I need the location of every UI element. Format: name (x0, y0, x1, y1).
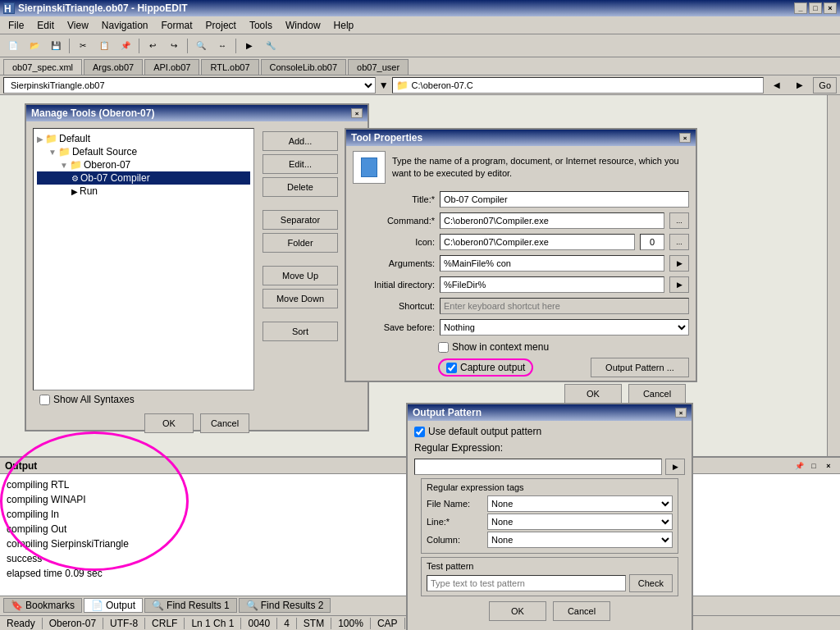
show-all-syntaxes-checkbox[interactable] (39, 395, 50, 405)
bottom-tab-bookmarks[interactable]: 🔖 Bookmarks (3, 598, 82, 613)
redo-btn[interactable]: ↪ (164, 37, 184, 55)
capture-output-checkbox[interactable] (446, 363, 457, 373)
scrollbar-right[interactable] (827, 95, 840, 456)
open-btn[interactable]: 📂 (25, 37, 44, 55)
filename-tag-select[interactable]: None (487, 495, 673, 512)
go-button[interactable]: Go (813, 77, 837, 94)
tool-props-ok-btn[interactable]: OK (564, 384, 622, 404)
initial-dir-expand-btn[interactable]: ▶ (669, 276, 689, 293)
output-pin-btn[interactable]: 📌 (792, 459, 806, 472)
run-file-icon: ▶ (71, 187, 78, 196)
column-tag-select[interactable]: None (487, 532, 673, 548)
cut-btn[interactable]: ✂ (73, 37, 93, 55)
path-text: C:\oberon-07.C (412, 80, 473, 90)
title-field-input[interactable] (440, 191, 689, 208)
bottom-tab-output[interactable]: 📄 Output (84, 598, 143, 613)
tab-consolelib[interactable]: ConsoleLib.ob07 (261, 59, 347, 75)
icon-field-input[interactable] (440, 234, 635, 250)
menu-tools[interactable]: Tools (244, 18, 277, 33)
arguments-field-input[interactable] (440, 255, 664, 272)
menu-navigation[interactable]: Navigation (97, 18, 153, 33)
test-input[interactable] (427, 575, 626, 591)
bottom-tab-find2[interactable]: 🔍 Find Results 2 (239, 598, 331, 613)
menu-project[interactable]: Project (201, 18, 241, 33)
tab-ob07spec[interactable]: ob07_spec.xml (3, 59, 82, 75)
output-pattern-cancel-btn[interactable]: Cancel (553, 601, 610, 621)
manage-tools-close-btn[interactable]: × (351, 108, 363, 118)
icon-num-input[interactable] (640, 234, 664, 250)
menu-edit[interactable]: Edit (32, 18, 59, 33)
toolbar-sep-4 (235, 39, 236, 53)
delete-btn[interactable]: Delete (262, 177, 338, 197)
close-btn[interactable]: × (824, 2, 837, 14)
copy-btn[interactable]: 📋 (94, 37, 114, 55)
tab-bar: ob07_spec.xml Args.ob07 API.ob07 RTL.ob0… (0, 57, 840, 75)
command-browse-btn[interactable]: ... (669, 212, 689, 229)
use-default-row: Use default output pattern (414, 426, 685, 437)
use-default-checkbox[interactable] (414, 427, 425, 437)
path-nav-back[interactable]: ◀ (767, 76, 787, 94)
initial-dir-field-input[interactable] (440, 276, 664, 293)
minimize-btn[interactable]: _ (794, 2, 807, 14)
regex-expand-btn[interactable]: ▶ (665, 459, 685, 475)
arguments-expand-btn[interactable]: ▶ (669, 255, 689, 272)
status-cap: CAP (371, 618, 405, 629)
tab-rtl[interactable]: RTL.ob07 (201, 59, 258, 75)
tool-props-close-btn[interactable]: × (679, 133, 691, 143)
tools-btn[interactable]: 🔧 (261, 37, 281, 55)
edit-btn[interactable]: Edit... (262, 154, 338, 174)
tab-ob07user[interactable]: ob07_user (348, 59, 409, 75)
regex-input[interactable] (414, 459, 662, 475)
command-field-input[interactable] (440, 212, 664, 229)
menu-window[interactable]: Window (281, 18, 326, 33)
move-up-btn[interactable]: Move Up (262, 266, 338, 285)
output-pattern-close-btn[interactable]: × (675, 408, 687, 418)
tab-args[interactable]: Args.ob07 (84, 59, 143, 75)
manage-tools-cancel-btn[interactable]: Cancel (200, 413, 249, 433)
menu-help[interactable]: Help (329, 18, 359, 33)
run-btn[interactable]: ▶ (240, 37, 259, 55)
undo-btn[interactable]: ↩ (143, 37, 162, 55)
add-btn[interactable]: Add... (262, 131, 338, 151)
replace-btn[interactable]: ↔ (212, 37, 232, 55)
sort-btn[interactable]: Sort (262, 322, 338, 341)
save-btn[interactable]: 💾 (46, 37, 66, 55)
move-down-btn[interactable]: Move Down (262, 289, 338, 308)
menu-view[interactable]: View (62, 18, 94, 33)
tab-api[interactable]: API.ob07 (144, 59, 199, 75)
show-context-checkbox[interactable] (438, 342, 449, 353)
path-arrow: ▼ (379, 80, 389, 91)
new-btn[interactable]: 📄 (3, 37, 23, 55)
menu-file[interactable]: File (3, 18, 29, 33)
shortcut-field-input[interactable] (440, 298, 689, 314)
tree-item-ob07compiler[interactable]: ⚙ Ob-07 Compiler (37, 171, 250, 185)
tree-item-run[interactable]: ▶ Run (37, 185, 250, 198)
bottom-tab-find1[interactable]: 🔍 Find Results 1 (144, 598, 237, 613)
folder-btn[interactable]: Folder (262, 233, 338, 253)
icon-browse-btn[interactable]: ... (669, 234, 689, 250)
output-pattern-btn[interactable]: Output Pattern ... (591, 358, 689, 377)
line-tag-select[interactable]: None (487, 514, 673, 530)
tool-tree[interactable]: ▶ 📁 Default ▼ 📁 Default Source ▼ 📁 Obero… (33, 128, 254, 390)
manage-tools-ok-btn[interactable]: OK (144, 413, 194, 433)
path-nav-fwd[interactable]: ▶ (790, 76, 810, 94)
tree-item-oberon07[interactable]: ▼ 📁 Oberon-07 (37, 158, 250, 171)
tree-item-default[interactable]: ▶ 📁 Default (37, 132, 250, 145)
tree-item-default-source[interactable]: ▼ 📁 Default Source (37, 145, 250, 158)
command-field-row: Command:* ... (346, 210, 696, 231)
tool-props-cancel-btn[interactable]: Cancel (628, 384, 686, 404)
output-restore-btn[interactable]: □ (807, 459, 820, 472)
output-pattern-ok-btn[interactable]: OK (489, 601, 546, 621)
restore-btn[interactable]: □ (809, 2, 822, 14)
separator-btn[interactable]: Separator (262, 210, 338, 230)
find-btn[interactable]: 🔍 (191, 37, 211, 55)
save-before-select[interactable]: Nothing (440, 319, 689, 336)
output-controls: 📌 □ × (792, 459, 835, 472)
menu-format[interactable]: Format (157, 18, 198, 33)
paste-btn[interactable]: 📌 (116, 37, 135, 55)
file-selector[interactable]: SierpinskiTriangle.ob07 (3, 77, 376, 94)
output-close-btn[interactable]: × (822, 459, 835, 472)
bookmarks-tab-label: Bookmarks (25, 600, 75, 611)
check-btn[interactable]: Check (629, 574, 673, 592)
title-field-label: Title:* (353, 194, 435, 204)
